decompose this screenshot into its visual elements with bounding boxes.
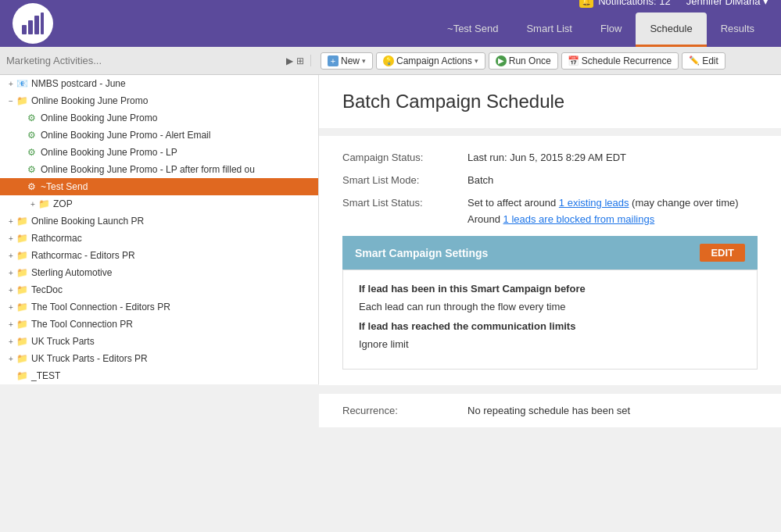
sidebar-item-rathcormac-editors[interactable]: + 📁 Rathcormac - Editors PR	[0, 247, 318, 264]
toolbar: ▶ ⊞ + New ▾ 💡 Campaign Actions ▾ ▶ Run O…	[0, 47, 781, 75]
sidebar-item-sterling[interactable]: + 📁 Sterling Automotive	[0, 264, 318, 281]
sidebar: + 📧 NMBS postcard - June − 📁 Online Book…	[0, 75, 319, 384]
tab-smart-list[interactable]: Smart List	[512, 12, 586, 47]
campaign-actions-button[interactable]: 💡 Campaign Actions ▾	[376, 52, 485, 70]
campaign-icon: ⚙	[25, 129, 38, 141]
sidebar-item-online-launch[interactable]: + 📁 Online Booking Launch PR	[0, 212, 318, 230]
campaign-icon: ⚙	[25, 112, 38, 124]
blocked-prefix: Around	[468, 213, 503, 225]
expander-icon: +	[6, 252, 16, 260]
sidebar-item-ob-june-2[interactable]: ⚙ Online Booking June Promo - Alert Emai…	[0, 127, 318, 144]
details-section: Campaign Status: Last run: Jun 5, 2015 8…	[319, 136, 781, 385]
sidebar-item-zop[interactable]: + 📁 ZOP	[0, 195, 318, 212]
sidebar-item-test[interactable]: 📁 _TEST	[0, 367, 318, 384]
smart-list-status-prefix: Set to affect around	[468, 197, 559, 209]
sidebar-item-ob-june-3[interactable]: ⚙ Online Booking June Promo - LP	[0, 144, 318, 161]
notification-label: Notifications: 12	[598, 0, 671, 7]
campaign-icon: ⚙	[25, 163, 38, 176]
folder-icon: 📁	[38, 198, 50, 210]
sidebar-item-tecdoc[interactable]: + 📁 TecDoc	[0, 281, 318, 298]
folder-icon: 📁	[16, 318, 28, 330]
schedule-recurrence-button[interactable]: 📅 Schedule Recurrence	[561, 52, 679, 70]
campaign-icon: ⚙	[25, 146, 38, 159]
folder-icon: 📁	[16, 232, 28, 245]
settings-container: Smart Campaign Settings EDIT If lead has…	[342, 236, 758, 370]
sidebar-item-ob-june-4[interactable]: ⚙ Online Booking June Promo - LP after f…	[0, 161, 318, 178]
edit-icon: ✏️	[689, 55, 700, 66]
campaign-actions-icon: 💡	[383, 55, 394, 66]
filter-icon[interactable]: ⊞	[296, 55, 304, 66]
settings-edit-button[interactable]: EDIT	[700, 244, 745, 262]
expander-icon: +	[6, 320, 16, 329]
search-icon[interactable]: ▶	[286, 55, 293, 66]
folder-icon: 📁	[16, 352, 28, 365]
tab-flow[interactable]: Flow	[586, 12, 636, 47]
active-campaign-icon: ⚙	[25, 180, 38, 193]
smart-list-status-value: Set to affect around 1 existing leads (m…	[468, 197, 758, 225]
smart-list-mode-value: Batch	[468, 174, 758, 186]
blocked-leads-link[interactable]: 1 leads are blocked from mailings	[503, 213, 655, 225]
run-once-icon: ▶	[496, 55, 507, 66]
smart-list-status-suffix: (may change over time)	[629, 197, 738, 209]
expander-icon: +	[6, 234, 16, 243]
expander-icon: +	[6, 80, 16, 88]
sidebar-item-online-booking-june[interactable]: − 📁 Online Booking June Promo	[0, 92, 318, 109]
main-content-wrapper: + 📧 NMBS postcard - June − 📁 Online Book…	[0, 75, 781, 427]
smart-list-status-label: Smart List Status:	[342, 197, 468, 209]
svg-rect-0	[22, 25, 27, 34]
search-input[interactable]	[6, 55, 283, 66]
sidebar-item-rathcormac[interactable]: + 📁 Rathcormac	[0, 230, 318, 247]
tab-schedule[interactable]: Schedule	[636, 12, 706, 47]
existing-leads-link[interactable]: 1 existing leads	[559, 197, 629, 209]
recurrence-label: Recurrence:	[342, 405, 468, 416]
logo	[13, 3, 53, 44]
setting2-text: Ignore limit	[359, 338, 741, 350]
folder-icon: 📁	[16, 266, 28, 279]
page-title-section: Batch Campaign Schedule	[319, 75, 781, 128]
sidebar-item-uk-truck[interactable]: + 📁 UK Truck Parts	[0, 333, 318, 350]
svg-rect-2	[34, 16, 39, 34]
folder-icon: 📁	[16, 370, 28, 382]
expander-icon: −	[6, 97, 16, 105]
expander-icon: +	[6, 217, 16, 226]
setting1-bold: If lead has been in this Smart Campaign …	[359, 283, 741, 295]
expander-icon: +	[6, 286, 16, 295]
run-once-button[interactable]: ▶ Run Once	[489, 52, 558, 70]
notification-icon: 🔔	[579, 0, 593, 8]
folder-icon: 📧	[16, 77, 28, 90]
content-area: Batch Campaign Schedule Campaign Status:…	[319, 75, 781, 427]
new-button[interactable]: + New ▾	[321, 52, 373, 70]
schedule-recurrence-icon: 📅	[568, 55, 579, 66]
tab-results[interactable]: Results	[707, 12, 768, 47]
sidebar-item-tool-connection[interactable]: + 📁 The Tool Connection PR	[0, 316, 318, 333]
sidebar-item-uk-truck-editors[interactable]: + 📁 UK Truck Parts - Editors PR	[0, 350, 318, 367]
svg-rect-1	[28, 20, 33, 34]
sidebar-item-tool-connection-editors[interactable]: + 📁 The Tool Connection - Editors PR	[0, 298, 318, 316]
sidebar-item-nmbs[interactable]: + 📧 NMBS postcard - June	[0, 75, 318, 92]
sidebar-item-ob-june-1[interactable]: ⚙ Online Booking June Promo	[0, 109, 318, 127]
campaign-actions-dropdown-arrow: ▾	[475, 57, 478, 65]
folder-icon: 📁	[16, 249, 28, 262]
user-menu[interactable]: Jennifer DiMaria	[686, 0, 768, 7]
tab-test-send[interactable]: ~Test Send	[433, 12, 512, 47]
notifications[interactable]: 🔔 Notifications: 12	[579, 0, 671, 8]
campaign-status-label: Campaign Status:	[342, 152, 468, 163]
svg-rect-3	[41, 12, 44, 34]
folder-icon: 📁	[16, 95, 28, 107]
campaign-status-row: Campaign Status: Last run: Jun 5, 2015 8…	[342, 152, 758, 163]
edit-button[interactable]: ✏️ Edit	[682, 52, 725, 70]
settings-body: If lead has been in this Smart Campaign …	[342, 270, 758, 370]
folder-icon: 📁	[16, 301, 28, 313]
header: 🔔 Notifications: 12 Jennifer DiMaria ~Te…	[0, 0, 781, 47]
campaign-status-value: Last run: Jun 5, 2015 8:29 AM EDT	[468, 152, 758, 163]
recurrence-row: Recurrence: No repeating schedule has be…	[319, 393, 781, 427]
new-icon: +	[328, 55, 339, 66]
expander-icon: +	[6, 355, 16, 363]
sidebar-item-test-send[interactable]: ⚙ ~Test Send	[0, 178, 318, 195]
expander-icon: +	[6, 303, 16, 312]
folder-icon: 📁	[16, 335, 28, 348]
setting2-bold: If lead has reached the communication li…	[359, 320, 741, 332]
folder-icon: 📁	[16, 284, 28, 296]
settings-header: Smart Campaign Settings EDIT	[342, 236, 758, 270]
settings-header-label: Smart Campaign Settings	[355, 247, 488, 259]
